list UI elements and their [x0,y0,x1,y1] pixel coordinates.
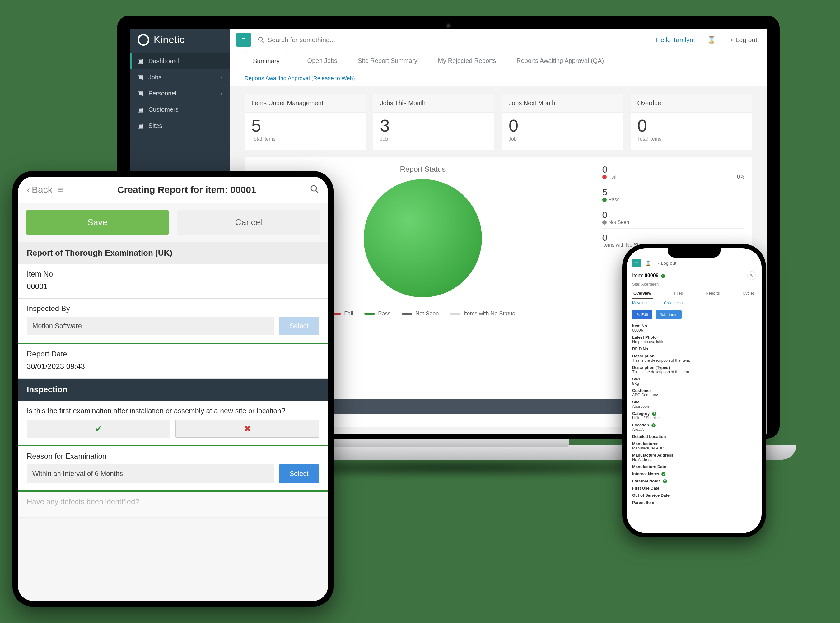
status-row: 0Fail0% [602,165,744,183]
reason-input[interactable]: Within an Interval of 6 Months [27,464,274,483]
subtab-link[interactable]: Reports Awaiting Approval (Release to We… [230,71,766,86]
detail-field: SWL5Kg [632,377,756,386]
question-first-exam: Is this the first examination after inst… [18,400,328,447]
info-icon[interactable]: ? [661,274,665,278]
info-icon[interactable]: ? [662,472,665,476]
tab-bar: SummaryOpen JobsSite Report SummaryMy Re… [230,51,766,71]
subtab-movements[interactable]: Movements [632,301,651,305]
tab-open-jobs[interactable]: Open Jobs [306,51,339,71]
edit-button[interactable]: ✎ Edit [632,310,653,319]
field-report-date: Report Date 30/01/2023 09:43 [18,344,328,379]
hourglass-icon[interactable]: ⌛ [645,260,651,266]
inspected-by-input[interactable]: Motion Software [27,317,274,335]
item-heading: Item: 00006 ? [632,273,665,278]
detail-field: RFID No [632,347,756,351]
detail-field: Description (Typed)This is the descripti… [632,365,756,374]
logout-link[interactable]: ⇥ Log out [728,36,757,43]
greeting[interactable]: Hello Tamlyn! [656,36,695,43]
field-inspected-by: Inspected By Motion Software Select [18,299,328,344]
info-icon[interactable]: ? [652,412,656,416]
brand-name: Kinetic [154,34,185,45]
sidebar-item-jobs[interactable]: ▣Jobs› [130,69,230,85]
info-icon[interactable]: ? [651,424,656,427]
tab-my-rejected-reports[interactable]: My Rejected Reports [436,51,497,71]
item-tab-cycles[interactable]: Cycles [742,288,756,299]
global-search[interactable] [258,36,379,43]
item-site: Site: Aberdeen [632,282,756,287]
detail-field: Out of Service Date [632,493,756,498]
item-tab-files[interactable]: Files [673,288,684,299]
item-tabs: OverviewFilesReportsCycles [632,288,756,299]
phone-logout-link[interactable]: ⇥ Log out [656,260,676,266]
job-items-button[interactable]: Job Items [656,310,682,319]
subtab-child-items[interactable]: Child Items [664,301,683,305]
logout-icon: ⇥ [728,36,736,43]
inspected-select-button[interactable]: Select [279,317,319,335]
tab-site-report-summary[interactable]: Site Report Summary [356,51,418,71]
info-icon[interactable]: ? [663,479,667,483]
chart-legend: Fail Pass Not Seen Items with No Status [330,310,515,317]
nav-icon: ▣ [138,57,143,65]
tablet-title: Creating Report for item: 00001 [64,184,310,195]
detail-field: Item No00006 [632,324,756,333]
save-button[interactable]: Save [26,210,169,235]
back-button[interactable]: ‹ Back [27,184,52,195]
summary-card[interactable]: Overdue0Total Items [631,94,752,150]
search-icon [258,36,264,43]
status-breakdown: 0Fail0%5Pass0Not Seen0Items with No Stat… [602,165,744,251]
detail-field: CustomerABC Company [632,388,756,397]
sidebar-toggle-button[interactable]: ≡ [236,33,251,47]
detail-field: Parent Item [632,500,756,505]
detail-field: Location ?Area A [632,423,756,432]
tablet-search-button[interactable] [310,184,319,195]
legend-fail: Fail [330,310,353,317]
field-item-no: Item No 00001 [18,264,328,299]
sidebar-item-dashboard[interactable]: ▣Dashboard [130,53,230,69]
item-tab-reports[interactable]: Reports [704,288,721,299]
status-row: 0Not Seen [602,210,744,229]
answer-no-button[interactable]: ✖ [175,420,319,437]
detail-field: Manufacture Date [632,464,756,469]
field-reason: Reason for Examination Within an Interva… [18,447,328,492]
detail-field: First Use Date [632,486,756,491]
answer-yes-button[interactable]: ✔ [27,420,170,437]
summary-card[interactable]: Jobs This Month3Job [373,94,494,150]
detail-field: Internal Notes ? [632,471,756,476]
detail-field: DescriptionThis is the description of th… [632,354,756,363]
app-header: Kinetic ≡ Hello Tamlyn! ⌛ ⇥ Log out [130,29,766,51]
sidebar-item-customers[interactable]: ▣Customers [130,101,230,118]
tab-reports-awaiting-approval-qa-[interactable]: Reports Awaiting Approval (QA) [515,51,605,71]
cancel-button[interactable]: Cancel [177,210,321,235]
brand-logo-icon [138,34,149,46]
nav-icon: ▣ [138,106,143,113]
svg-line-3 [316,190,318,193]
detail-field: Detailed Location [632,434,756,439]
hourglass-icon[interactable]: ⌛ [708,36,716,43]
svg-point-2 [311,186,317,191]
nav-icon: ▣ [138,90,143,97]
summary-card[interactable]: Jobs Next Month0Job [502,94,623,150]
summary-card[interactable]: Items Under Management5Total Items [244,94,366,150]
reason-select-button[interactable]: Select [279,464,319,483]
item-subtabs: Movements Child Items [632,299,756,307]
item-tab-overview[interactable]: Overview [632,288,653,299]
phone-menu-button[interactable]: ≡ [632,259,641,267]
section-report-header: Report of Thorough Examination (UK) [18,242,328,264]
refresh-button[interactable]: ↻ [747,271,756,280]
check-icon: ✔ [95,424,102,434]
tab-summary[interactable]: Summary [244,51,288,71]
cross-icon: ✖ [244,424,251,434]
sidebar-item-personnel[interactable]: ▣Personnel› [130,85,230,101]
item-detail-list: Item No00006Latest PhotoNo photo availab… [632,324,756,505]
menu-icon[interactable]: ≡ [58,184,64,196]
sidebar-item-sites[interactable]: ▣Sites [130,118,230,134]
brand: Kinetic [130,29,230,51]
detail-field: ManufacturerManufacturer ABC [632,441,756,450]
detail-field: Category ?Lifting / Shackle [632,411,756,420]
status-row: 5Pass [602,187,744,206]
detail-field: SiteAberdeen [632,400,756,409]
search-input[interactable] [267,36,379,43]
tablet-device: ‹ Back ≡ Creating Report for item: 00001… [12,171,333,606]
svg-line-1 [262,40,264,42]
section-inspection-header: Inspection [18,379,328,400]
